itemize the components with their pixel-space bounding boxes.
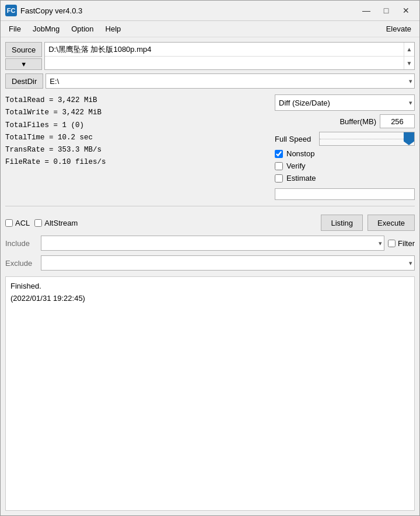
- stat-total-read: TotalRead = 3,422 MiB: [5, 94, 270, 107]
- status-line-2: (2022/01/31 19:22:45): [10, 293, 410, 305]
- destdir-select[interactable]: E:\: [46, 73, 415, 89]
- main-window: FC FastCopy ver4.0.3 — □ ✕ File JobMng O…: [0, 0, 420, 516]
- altstream-checkbox[interactable]: [34, 219, 42, 227]
- stat-total-time: TotalTime = 10.2 sec: [5, 132, 270, 144]
- options-panel: Diff (Size/Date) ▾ Buffer(MB) Full Speed: [275, 94, 415, 200]
- filter-checkbox[interactable]: [388, 240, 396, 247]
- source-input-wrapper: ▲ ▼: [44, 42, 415, 70]
- status-bar: Finished. (2022/01/31 19:22:45): [5, 276, 415, 511]
- minimize-button[interactable]: —: [358, 4, 375, 17]
- nonstop-row: Nonstop: [275, 149, 415, 158]
- destdir-row: DestDir E:\ ▾: [5, 73, 415, 89]
- estimate-checkbox[interactable]: [275, 174, 283, 182]
- exclude-label: Exclude: [5, 259, 37, 268]
- estimate-label: Estimate: [286, 174, 316, 182]
- window-title: FastCopy ver4.0.3: [20, 6, 358, 15]
- altstream-label-row: AltStream: [34, 219, 78, 227]
- verify-row: Verify: [275, 162, 415, 170]
- verify-label: Verify: [286, 162, 306, 170]
- destdir-select-wrapper: E:\ ▾: [46, 73, 415, 89]
- menu-help[interactable]: Help: [100, 22, 127, 36]
- stat-total-files: TotalFiles = 1 (0): [5, 120, 270, 132]
- fullspeed-slider[interactable]: [319, 132, 415, 146]
- nonstop-label: Nonstop: [286, 149, 314, 158]
- stats-options-row: TotalRead = 3,422 MiB TotalWrite = 3,422…: [5, 94, 415, 200]
- nonstop-checkbox[interactable]: [275, 150, 283, 158]
- acl-checkbox[interactable]: [5, 219, 13, 227]
- source-path-input[interactable]: [45, 43, 404, 56]
- source-dropdown-button[interactable]: ▼: [5, 58, 42, 70]
- filter-label-text: Filter: [398, 239, 415, 248]
- diff-mode-wrapper: Diff (Size/Date) ▾: [275, 94, 415, 111]
- destdir-button[interactable]: DestDir: [5, 73, 43, 89]
- bottom-controls-row: ACL AltStream Listing Execute: [5, 215, 415, 231]
- include-select[interactable]: [41, 236, 384, 251]
- menu-option[interactable]: Option: [65, 22, 99, 36]
- estimate-row: Estimate: [275, 174, 415, 182]
- source-scroll-up[interactable]: ▲: [404, 43, 414, 56]
- exclude-select-wrapper: ▾: [41, 255, 415, 271]
- window-controls: — □ ✕: [358, 4, 415, 17]
- title-bar: FC FastCopy ver4.0.3 — □ ✕: [1, 1, 419, 21]
- execute-button[interactable]: Execute: [368, 215, 415, 231]
- fullspeed-row: Full Speed: [275, 132, 415, 146]
- slider-thumb[interactable]: [404, 132, 414, 145]
- filter-checkbox-area: Filter: [388, 239, 415, 248]
- exclude-row: Exclude ▾: [5, 255, 415, 271]
- progress-bar: [275, 188, 415, 200]
- divider-1: [5, 206, 415, 206]
- source-scroll-down[interactable]: ▼: [404, 57, 414, 69]
- acl-label-row: ACL: [5, 219, 30, 227]
- menu-file[interactable]: File: [3, 22, 27, 36]
- stat-file-rate: FileRate = 0.10 files/s: [5, 156, 270, 169]
- source-row: Source ▼ ▲ ▼: [5, 42, 415, 70]
- stat-trans-rate: TransRate = 353.3 MB/s: [5, 144, 270, 156]
- app-icon: FC: [5, 5, 17, 16]
- include-row: Include ▾ Filter: [5, 236, 415, 251]
- buffer-input[interactable]: [380, 114, 415, 128]
- stats-panel: TotalRead = 3,422 MiB TotalWrite = 3,422…: [5, 94, 270, 200]
- source-button[interactable]: Source: [5, 42, 42, 57]
- exclude-select[interactable]: [41, 255, 415, 271]
- menu-jobmng[interactable]: JobMng: [27, 22, 65, 36]
- include-select-wrapper: ▾: [41, 236, 384, 251]
- buffer-label: Buffer(MB): [340, 117, 376, 126]
- listing-button[interactable]: Listing: [321, 215, 363, 231]
- status-line-1: Finished.: [10, 280, 410, 293]
- diff-mode-select[interactable]: Diff (Size/Date): [275, 94, 415, 111]
- source-input-inner: ▲: [45, 43, 414, 57]
- stat-total-write: TotalWrite = 3,422 MiB: [5, 107, 270, 119]
- close-button[interactable]: ✕: [397, 4, 415, 17]
- menu-elevate[interactable]: Elevate: [380, 22, 417, 36]
- source-second-line: [45, 57, 404, 69]
- menu-bar: File JobMng Option Help Elevate: [1, 21, 419, 37]
- main-content: Source ▼ ▲ ▼ DestDir E:\ ▾: [1, 37, 419, 515]
- verify-checkbox[interactable]: [275, 162, 283, 170]
- maximize-button[interactable]: □: [377, 4, 395, 17]
- acl-label-text: ACL: [15, 219, 30, 227]
- buffer-row: Buffer(MB): [275, 114, 415, 128]
- altstream-label-text: AltStream: [44, 219, 78, 227]
- include-label: Include: [5, 239, 37, 248]
- fullspeed-label: Full Speed: [275, 135, 316, 143]
- slider-track: [320, 139, 414, 139]
- source-btn-group: Source ▼: [5, 42, 42, 70]
